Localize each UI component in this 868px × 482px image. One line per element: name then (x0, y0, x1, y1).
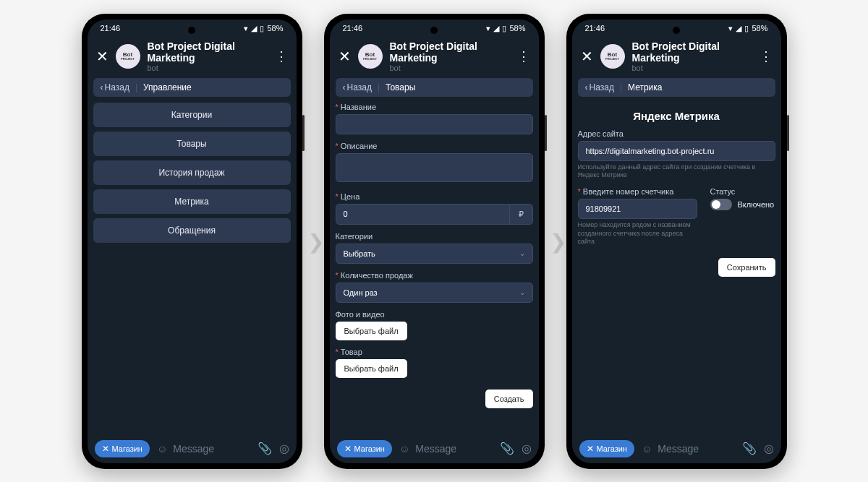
attach-icon[interactable]: 📎 (500, 442, 514, 455)
signal-icon: ◢ (736, 24, 741, 33)
more-icon[interactable]: ⋮ (275, 48, 288, 64)
attach-icon[interactable]: 📎 (258, 442, 272, 455)
sales-label: Количество продаж (336, 271, 533, 280)
status-toggle[interactable] (710, 199, 732, 210)
wifi-icon: ▾ (244, 24, 248, 33)
desc-label: Описание (336, 142, 533, 150)
menu-sales-history[interactable]: История продаж (93, 160, 291, 185)
menu-metrics[interactable]: Метрика (93, 189, 291, 214)
price-label: Цена (336, 192, 533, 201)
media-label: Фото и видео (336, 310, 533, 319)
back-button[interactable]: ‹ Назад (101, 82, 129, 92)
camera-icon[interactable]: ◎ (279, 442, 289, 455)
camera-notch (188, 27, 195, 34)
close-icon[interactable]: ✕ (581, 48, 593, 65)
avatar[interactable]: Bot PROJECT (116, 44, 140, 69)
phone-3: 21:46 ▾ ◢ ▯ 58% ✕ Bot PROJECT Bot Projec… (566, 14, 787, 469)
avatar[interactable]: Bot PROJECT (600, 44, 625, 69)
chat-title[interactable]: Bot Project Digital Marketing bot (148, 40, 268, 72)
sales-select[interactable]: Один раз ⌄ (336, 283, 533, 303)
counter-input[interactable] (578, 199, 697, 219)
currency-addon: ₽ (510, 204, 533, 225)
back-button[interactable]: ‹ Назад (585, 82, 614, 92)
chat-header: ✕ Bot PROJECT Bot Project Digital Market… (330, 35, 539, 78)
attach-icon[interactable]: 📎 (742, 442, 757, 455)
close-icon[interactable]: ✕ (96, 48, 109, 65)
product-label: Товар (336, 348, 533, 356)
message-input[interactable]: ☺ Message (157, 443, 250, 455)
breadcrumb-current: Товары (386, 82, 415, 92)
chat-header: ✕ Bot PROJECT Bot Project Digital Market… (572, 35, 781, 78)
status-label: Статус (710, 187, 775, 196)
camera-icon[interactable]: ◎ (522, 442, 532, 455)
media-file-button[interactable]: Выбрать файл (336, 322, 407, 340)
category-label: Категории (336, 232, 533, 241)
battery-pct: 58% (267, 24, 283, 33)
back-button[interactable]: ‹ Назад (343, 82, 372, 92)
signal-icon: ◢ (493, 24, 499, 33)
chevron-down-icon: ⌄ (519, 288, 525, 296)
wifi-icon: ▾ (728, 24, 733, 33)
battery-icon: ▯ (744, 24, 749, 33)
close-chip-icon[interactable]: ✕ (102, 444, 109, 454)
message-input[interactable]: ☺ Message (399, 443, 493, 455)
battery-icon: ▯ (502, 24, 506, 33)
status-value: Включено (738, 200, 775, 209)
chat-header: ✕ Bot PROJECT Bot Project Digital Market… (88, 35, 297, 78)
save-button[interactable]: Сохранить (718, 258, 775, 277)
more-icon[interactable]: ⋮ (760, 48, 773, 64)
chat-title[interactable]: Bot Project Digital Marketing bot (632, 40, 752, 72)
camera-notch (673, 27, 680, 34)
category-select[interactable]: Выбрать ⌄ (336, 244, 533, 264)
counter-hint: Номер находится рядом с названием создан… (578, 221, 697, 246)
emoji-icon[interactable]: ☺ (642, 443, 652, 455)
more-icon[interactable]: ⋮ (517, 48, 530, 64)
arrow-icon: ❯ (307, 229, 324, 253)
battery-icon: ▯ (260, 24, 264, 33)
menu-products[interactable]: Товары (93, 132, 291, 156)
menu-categories[interactable]: Категории (93, 103, 291, 127)
emoji-icon[interactable]: ☺ (157, 443, 167, 455)
url-label: Адрес сайта (578, 129, 775, 138)
battery-pct: 58% (752, 24, 767, 33)
url-input[interactable] (578, 141, 775, 161)
signal-icon: ◢ (251, 24, 257, 33)
emoji-icon[interactable]: ☺ (399, 443, 409, 455)
status-time: 21:46 (585, 24, 605, 33)
wifi-icon: ▾ (486, 24, 490, 33)
breadcrumb: ‹ Назад | Управление (93, 78, 291, 97)
price-input[interactable] (336, 204, 510, 225)
create-button[interactable]: Создать (485, 390, 533, 408)
message-bar: ✕Магазин ☺ Message 📎 ◎ (572, 434, 781, 463)
breadcrumb-current: Метрика (628, 82, 662, 92)
product-file-button[interactable]: Выбрать файл (336, 359, 407, 378)
status-time: 21:46 (101, 24, 121, 33)
close-chip-icon[interactable]: ✕ (344, 444, 352, 454)
camera-notch (430, 27, 438, 34)
chat-title[interactable]: Bot Project Digital Marketing bot (390, 40, 510, 72)
desc-input[interactable] (336, 153, 533, 182)
chevron-down-icon: ⌄ (519, 249, 525, 257)
arrow-icon: ❯ (550, 229, 566, 253)
menu-requests[interactable]: Обращения (93, 218, 291, 243)
camera-icon[interactable]: ◎ (764, 442, 774, 455)
shop-chip[interactable]: ✕Магазин (95, 440, 150, 457)
close-chip-icon[interactable]: ✕ (587, 444, 594, 454)
battery-pct: 58% (509, 24, 525, 33)
name-input[interactable] (336, 114, 533, 134)
message-input[interactable]: ☺ Message (642, 443, 735, 455)
breadcrumb: ‹ Назад | Товары (336, 78, 533, 97)
shop-chip[interactable]: ✕Магазин (337, 440, 392, 457)
close-icon[interactable]: ✕ (339, 48, 351, 65)
breadcrumb-current: Управление (143, 82, 192, 92)
message-bar: ✕Магазин ☺ Message 📎 ◎ (88, 434, 297, 463)
avatar[interactable]: Bot PROJECT (358, 44, 383, 69)
shop-chip[interactable]: ✕Магазин (579, 440, 634, 457)
message-bar: ✕Магазин ☺ Message 📎 ◎ (330, 434, 539, 463)
name-label: Название (336, 103, 533, 111)
status-time: 21:46 (343, 24, 363, 33)
page-title: Яндекс Метрика (578, 110, 775, 122)
phone-1: 21:46 ▾ ◢ ▯ 58% ✕ Bot PROJECT Bot Projec… (82, 14, 302, 469)
url-hint: Используйте данный адрес сайта при созда… (578, 163, 775, 180)
counter-label: Введите номер счетчика (578, 187, 697, 196)
